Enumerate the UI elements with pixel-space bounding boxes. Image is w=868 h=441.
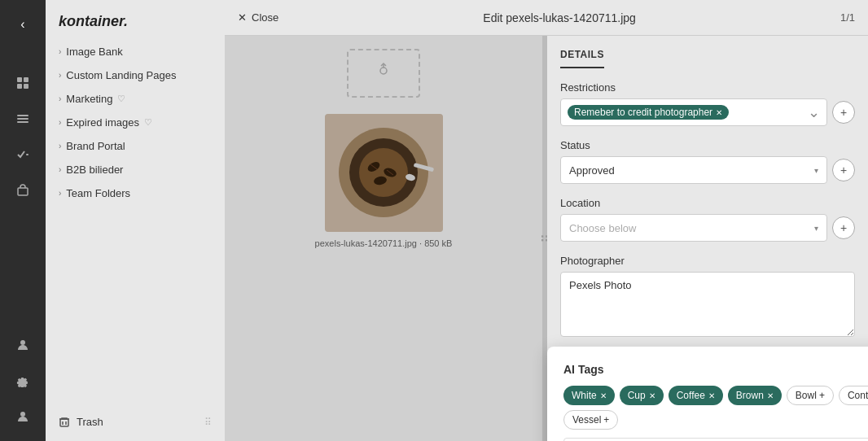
- sidebar-item-b2b[interactable]: › B2B bilieder: [46, 158, 225, 181]
- page-count: 1/1: [840, 11, 855, 24]
- top-bar: ✕ Close Edit pexels-lukas-1420711.jpg 1/…: [225, 0, 868, 36]
- sidebar-item-team-folders[interactable]: › Team Folders: [46, 181, 225, 205]
- image-filename: pexels-lukas-1420711.jpg · 850 kB: [315, 238, 453, 248]
- list-icon[interactable]: [8, 104, 37, 133]
- restrictions-field: Restrictions Remeber to credit photograp…: [560, 81, 855, 126]
- svg-rect-6: [17, 121, 28, 123]
- location-placeholder: Choose below: [569, 222, 636, 234]
- tag-label: Vessel: [572, 414, 601, 426]
- person-icon[interactable]: [8, 330, 37, 360]
- remove-tag-button[interactable]: ✕: [600, 391, 607, 400]
- grid-icon[interactable]: [8, 68, 37, 98]
- sidebar-item-label: Image Bank: [66, 46, 122, 58]
- sidebar-item-label: B2B bilieder: [66, 164, 123, 176]
- tag-label: Brown: [736, 390, 764, 401]
- dropdown-arrow: ⌄: [808, 103, 820, 121]
- svg-rect-5: [17, 118, 28, 120]
- chevron-icon: ›: [59, 71, 61, 80]
- drag-handle: ⠿: [204, 417, 212, 428]
- image-thumbnail: [325, 114, 443, 232]
- chevron-down-icon: ▾: [814, 224, 818, 233]
- sidebar-item-marketing[interactable]: › Marketing ♡: [46, 87, 225, 111]
- settings-icon[interactable]: [8, 366, 37, 395]
- sidebar-item-expired[interactable]: › Expired images ♡: [46, 111, 225, 134]
- ai-tag-vessel[interactable]: Vessel +: [563, 410, 618, 430]
- custom-tag-input[interactable]: [563, 438, 868, 441]
- sidebar-item-custom-landing[interactable]: › Custom Landing Pages: [46, 63, 225, 87]
- status-value: Approved: [569, 164, 615, 177]
- status-label: Status: [560, 139, 855, 151]
- location-add-button[interactable]: +: [832, 216, 855, 239]
- location-dropdown[interactable]: Choose below ▾: [560, 214, 827, 242]
- remove-tag-button[interactable]: ✕: [767, 391, 774, 400]
- status-row: Approved ▾ +: [560, 156, 855, 184]
- svg-point-9: [20, 340, 25, 345]
- ai-tag-cup[interactable]: Cup ✕: [620, 386, 664, 405]
- add-tag-icon: +: [819, 390, 825, 401]
- upload-icon: [371, 61, 396, 85]
- photographer-field: Photographer Pexels Photo: [560, 255, 855, 337]
- page-title: Edit pexels-lukas-1420711.jpg: [292, 11, 827, 24]
- person-bottom-icon[interactable]: [8, 402, 37, 431]
- chevron-icon: ›: [59, 94, 61, 103]
- ai-tag-brown[interactable]: Brown ✕: [728, 386, 782, 405]
- svg-rect-7: [26, 154, 28, 155]
- location-row: Choose below ▾ +: [560, 214, 855, 242]
- sidebar-item-label: Expired images: [66, 116, 139, 129]
- image-svg: [325, 114, 443, 232]
- details-tab[interactable]: DETAILS: [560, 49, 604, 68]
- heart-icon: ♡: [144, 117, 152, 128]
- trash-icon: [59, 417, 70, 428]
- photographer-label: Photographer: [560, 255, 855, 267]
- bag-icon[interactable]: [8, 176, 37, 205]
- ai-tag-bowl[interactable]: Bowl +: [787, 386, 834, 405]
- image-panel: pexels-lukas-1420711.jpg · 850 kB: [225, 36, 542, 441]
- restriction-chip[interactable]: Remeber to credit photographer ✕: [568, 105, 729, 120]
- sidebar-item-label: Custom Landing Pages: [66, 69, 176, 81]
- sidebar-item-trash[interactable]: Trash ⠿: [46, 409, 225, 434]
- sidebar-item-brand-portal[interactable]: › Brand Portal: [46, 134, 225, 158]
- restrictions-tag-dropdown[interactable]: Remeber to credit photographer ✕ ⌄: [560, 98, 827, 126]
- tag-label: Container: [848, 390, 868, 401]
- add-tag-icon: +: [603, 414, 609, 426]
- close-button[interactable]: ✕ Close: [238, 11, 278, 24]
- sidebar-item-label: Team Folders: [66, 187, 130, 199]
- trash-label: Trash: [77, 416, 103, 428]
- ai-tag-container[interactable]: Container +: [839, 386, 868, 405]
- remove-chip-button[interactable]: ✕: [716, 108, 722, 117]
- photographer-textarea[interactable]: Pexels Photo: [560, 272, 855, 337]
- ai-tags-dialog: AI Tags White ✕ Cup ✕ Coffee ✕ Brown ✕: [547, 347, 868, 441]
- svg-rect-0: [17, 77, 22, 82]
- svg-rect-3: [24, 84, 28, 89]
- restrictions-label: Restrictions: [560, 81, 855, 94]
- content-area: pexels-lukas-1420711.jpg · 850 kB ⠿ DETA…: [225, 36, 868, 441]
- restrictions-add-button[interactable]: +: [832, 101, 855, 124]
- remove-tag-button[interactable]: ✕: [708, 391, 715, 400]
- svg-point-10: [20, 412, 25, 417]
- sidebar-item-label: Marketing: [66, 93, 112, 105]
- status-add-button[interactable]: +: [832, 159, 855, 181]
- nav-back-button[interactable]: ‹: [8, 10, 37, 39]
- svg-point-14: [380, 68, 387, 74]
- tag-label: Bowl: [796, 390, 817, 401]
- status-dropdown[interactable]: Approved ▾: [560, 156, 827, 184]
- close-icon: ✕: [238, 11, 247, 24]
- ai-tag-coffee[interactable]: Coffee ✕: [669, 386, 723, 405]
- remove-tag-button[interactable]: ✕: [649, 391, 655, 400]
- heart-icon: ♡: [117, 94, 125, 104]
- location-label: Location: [560, 197, 855, 209]
- nav-sidebar: kontainer. › Image Bank › Custom Landing…: [46, 0, 225, 441]
- svg-rect-2: [17, 84, 22, 89]
- svg-point-19: [359, 148, 408, 197]
- tag-label: Cup: [628, 390, 646, 401]
- ai-tag-white[interactable]: White ✕: [563, 386, 615, 405]
- tasks-icon[interactable]: [8, 140, 37, 169]
- svg-rect-8: [18, 188, 28, 195]
- sidebar-item-image-bank[interactable]: › Image Bank: [46, 40, 225, 63]
- chevron-icon: ›: [59, 189, 61, 198]
- upload-area[interactable]: [347, 49, 420, 98]
- chip-label: Remeber to credit photographer: [574, 107, 712, 118]
- chevron-icon: ›: [59, 47, 61, 56]
- status-field: Status Approved ▾ +: [560, 139, 855, 184]
- tag-label: Coffee: [677, 390, 705, 401]
